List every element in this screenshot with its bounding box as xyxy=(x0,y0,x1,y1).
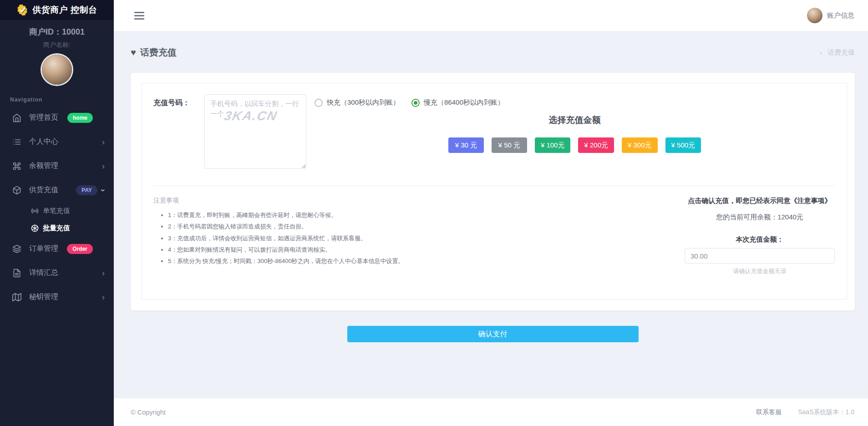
sidebar-item-label: 批量充值 xyxy=(43,224,70,233)
notes-title: 注意事项 xyxy=(153,197,685,205)
layers-icon xyxy=(12,244,22,254)
brand[interactable]: 供货商户 控制台 xyxy=(0,0,114,20)
recharge-number-label: 充值号码： xyxy=(153,94,204,171)
account-label: 账户信息 xyxy=(827,11,854,20)
sidebar-item-detail-summary[interactable]: 详情汇总 › xyxy=(0,261,114,285)
sidebar-item-key-management[interactable]: 秘钥管理 › xyxy=(0,285,114,309)
amount-button-100[interactable]: ¥ 100元 xyxy=(535,137,571,153)
aperture-icon xyxy=(30,223,39,233)
notes: 注意事项 1：话费直充，即时到账，高峰期会有些许延时，请您耐心等候。 2：手机号… xyxy=(153,197,685,275)
confirm-pay-button[interactable]: 确认支付 xyxy=(347,326,639,342)
recharge-box: 充值号码： 3KA.CN 快充（300秒以内到账） xyxy=(141,83,847,299)
sidebar-item-profile[interactable]: 个人中心 › xyxy=(0,130,114,154)
radio-fast[interactable]: 快充（300秒以内到账） xyxy=(315,98,400,107)
radio-slow[interactable]: 慢充（86400秒以内到账） xyxy=(411,98,504,107)
nav-section-label: Navigation xyxy=(10,96,114,103)
choose-amount-title: 选择充值金额 xyxy=(315,114,835,126)
divider xyxy=(153,186,835,186)
recharge-form-top: 充值号码： 3KA.CN 快充（300秒以内到账） xyxy=(153,94,835,171)
chevron-down-icon: › xyxy=(99,189,107,192)
broadcast-icon xyxy=(30,206,39,215)
page-title: 话费充值 xyxy=(140,46,177,59)
note-item: 3：充值成功后，详情会收到运营商短信，如遇运营商系统忙，请联系客服。 xyxy=(168,233,685,244)
saas-version: SaaS系统版本：1.0 xyxy=(798,408,854,416)
sidebar-item-single-recharge[interactable]: 单笔充值 xyxy=(0,202,114,219)
sidebar-item-supply-recharge[interactable]: 供货充值 PAY › xyxy=(0,178,114,202)
pay-badge: PAY xyxy=(76,185,97,195)
note-item: 1：话费直充，即时到账，高峰期会有些许延时，请您耐心等候。 xyxy=(168,209,685,221)
amount-button-200[interactable]: ¥ 200元 xyxy=(578,137,614,153)
main-area: 账户信息 ♥ 话费充值 › 话费充值 充值号码： 3KA.CN xyxy=(114,0,868,426)
command-icon xyxy=(12,161,22,171)
file-icon xyxy=(12,268,22,278)
page-header: ♥ 话费充值 › 话费充值 xyxy=(131,46,855,59)
note-item: 2：手机号码若因您输入错误而造成损失，责任自担。 xyxy=(168,221,685,232)
amount-hint: 请确认充值金额无误 xyxy=(685,267,835,275)
sidebar-item-label: 个人中心 xyxy=(29,137,58,147)
menu-icon[interactable] xyxy=(134,12,144,20)
topbar: 账户信息 xyxy=(114,0,868,31)
sidebar-item-batch-recharge[interactable]: 批量充值 xyxy=(0,219,114,237)
radio-fast-circle[interactable] xyxy=(315,99,323,107)
home-badge: home xyxy=(67,113,93,123)
contact-support-link[interactable]: 联系客服 xyxy=(756,408,782,416)
home-icon xyxy=(12,113,22,123)
sidebar-item-label: 余额管理 xyxy=(29,161,58,171)
amount-button-500[interactable]: ¥ 500元 xyxy=(665,137,701,153)
sidebar-item-label: 订单管理 xyxy=(29,244,58,254)
merchant-id: 商户ID：10001 xyxy=(0,26,114,37)
order-badge: Order xyxy=(67,244,93,254)
phone-numbers-textarea[interactable] xyxy=(204,94,306,169)
amount-input[interactable] xyxy=(685,248,835,264)
note-item: 4：您如果对到账情况有疑问，可以拨打运营商电话查询核实。 xyxy=(168,244,685,255)
sidebar: 供货商户 控制台 商户ID：10001 商户名称: Navigation 管理首… xyxy=(0,0,114,426)
heart-icon: ♥ xyxy=(131,47,136,58)
recharge-card: 充值号码： 3KA.CN 快充（300秒以内到账） xyxy=(131,73,855,310)
list-icon xyxy=(12,137,22,147)
note-item: 5：系统分为 快充/慢充；时间戳：300秒-86400秒之内，请您在个人中心基本… xyxy=(168,255,685,267)
amount-button-300[interactable]: ¥ 300元 xyxy=(622,137,658,153)
sidebar-item-orders[interactable]: 订单管理 Order xyxy=(0,237,114,261)
footer: © Copyright 联系客服 SaaS系统版本：1.0 xyxy=(114,398,868,426)
breadcrumb: › 话费充值 xyxy=(820,48,855,57)
sidebar-item-label: 供货充值 xyxy=(29,185,58,195)
recharge-form-bottom: 注意事项 1：话费直充，即时到账，高峰期会有些许延时，请您耐心等候。 2：手机号… xyxy=(153,197,835,275)
notes-list: 1：话费直充，即时到账，高峰期会有些许延时，请您耐心等候。 2：手机号码若因您输… xyxy=(168,209,685,267)
sidebar-item-dashboard[interactable]: 管理首页 home xyxy=(0,106,114,130)
content: ♥ 话费充值 › 话费充值 充值号码： 3KA.CN xyxy=(114,31,868,398)
sidebar-item-label: 秘钥管理 xyxy=(29,292,58,302)
breadcrumb-chevron-icon: › xyxy=(820,49,822,56)
breadcrumb-current: 话费充值 xyxy=(827,48,855,57)
amount-button-30[interactable]: ¥ 30 元 xyxy=(448,137,484,153)
radio-fast-label: 快充（300秒以内到账） xyxy=(327,98,400,107)
chevron-right-icon: › xyxy=(102,269,105,277)
sidebar-item-label: 详情汇总 xyxy=(29,268,58,278)
balance-text: 您的当前可用余额：12040元 xyxy=(685,213,835,222)
copyright: © Copyright xyxy=(131,409,166,416)
agree-text: 点击确认充值，即您已经表示同意《注意事项》 xyxy=(685,197,835,205)
radio-slow-circle[interactable] xyxy=(411,99,420,107)
amount-buttons: ¥ 30 元 ¥ 50 元 ¥ 100元 ¥ 200元 ¥ 300元 ¥ 500… xyxy=(315,137,835,153)
amount-button-50[interactable]: ¥ 50 元 xyxy=(492,137,527,153)
package-icon xyxy=(12,185,22,195)
account-menu[interactable]: 账户信息 xyxy=(807,8,854,23)
map-icon xyxy=(12,292,22,302)
phone-numbers-field-wrap: 3KA.CN xyxy=(204,94,306,171)
gear-logo-icon xyxy=(16,4,28,16)
merchant-avatar xyxy=(42,55,72,85)
sidebar-item-label: 单笔充值 xyxy=(43,207,70,215)
recharge-options: 快充（300秒以内到账） 慢充（86400秒以内到账） 选择充值金额 ¥ 30 … xyxy=(306,94,835,171)
sidebar-item-label: 管理首页 xyxy=(29,113,58,122)
app-title: 供货商户 控制台 xyxy=(32,4,97,16)
account-avatar xyxy=(807,8,822,23)
radio-slow-label: 慢充（86400秒以内到账） xyxy=(424,98,504,107)
speed-radio-group: 快充（300秒以内到账） 慢充（86400秒以内到账） xyxy=(315,94,835,107)
payment-column: 点击确认充值，即您已经表示同意《注意事项》 您的当前可用余额：12040元 本次… xyxy=(685,197,835,275)
chevron-right-icon: › xyxy=(102,293,105,301)
chevron-right-icon: › xyxy=(102,138,105,146)
sidebar-item-balance[interactable]: 余额管理 › xyxy=(0,154,114,178)
amount-label: 本次充值金额： xyxy=(685,235,835,244)
merchant-name: 商户名称: xyxy=(0,41,114,49)
footer-right: 联系客服 SaaS系统版本：1.0 xyxy=(756,408,854,416)
chevron-right-icon: › xyxy=(102,162,105,170)
